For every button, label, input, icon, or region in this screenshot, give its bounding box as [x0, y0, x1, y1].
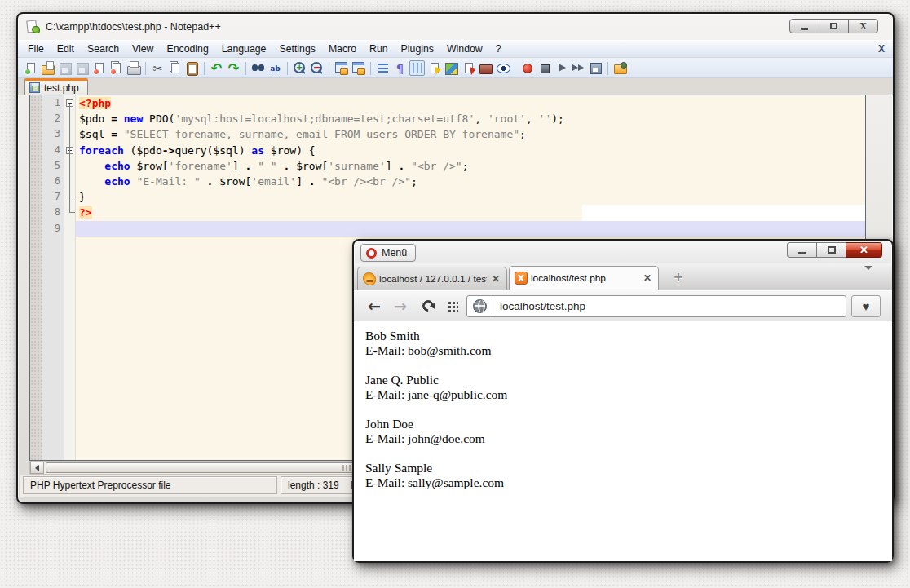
- fold-cell[interactable]: [64, 189, 75, 205]
- browser-tab-2[interactable]: Xlocalhost/test.php✕: [509, 266, 659, 290]
- define-language-icon[interactable]: [426, 60, 442, 76]
- tab-close-button[interactable]: ✕: [490, 273, 501, 285]
- page-shape: [171, 63, 179, 73]
- heart-icon: ♥: [863, 299, 870, 313]
- tab-test-php[interactable]: test.php: [24, 78, 88, 95]
- new-file-icon[interactable]: [23, 60, 38, 76]
- fold-cell[interactable]: [64, 143, 75, 158]
- print-icon[interactable]: [126, 60, 141, 76]
- plugins-admin-icon[interactable]: [612, 60, 628, 76]
- redo-icon[interactable]: ↷: [226, 60, 241, 76]
- toolbar-separator: [145, 62, 146, 75]
- menu-edit[interactable]: Edit: [51, 42, 81, 56]
- macro-run-multiple-icon[interactable]: [571, 60, 586, 76]
- globe-icon: [473, 299, 487, 313]
- code-segment: echo: [104, 160, 130, 172]
- user-name: Sally Sample: [365, 461, 881, 475]
- browser-page-content: Bob SmithE-Mail: bob@smith.comJane Q. Pu…: [354, 321, 892, 561]
- macro-record-icon[interactable]: [519, 60, 535, 76]
- notepadpp-titlebar[interactable]: C:\xampp\htdocs\test.php - Notepad++ X: [18, 14, 893, 40]
- notepadpp-app-icon: [26, 20, 40, 33]
- code-segment: );: [551, 113, 564, 125]
- code-segment: ]: [232, 160, 245, 172]
- code-segment: ;: [519, 128, 526, 140]
- menu-plugins[interactable]: Plugins: [395, 42, 440, 56]
- line-number: 2: [42, 111, 64, 126]
- replace-icon[interactable]: ab: [267, 60, 283, 76]
- menu-run[interactable]: Run: [363, 42, 395, 56]
- fold-cell[interactable]: [64, 221, 75, 237]
- zoom-out-icon[interactable]: −: [309, 60, 325, 76]
- bookmark-margin[interactable]: [30, 95, 42, 460]
- url-text[interactable]: localhost/test.php: [500, 300, 585, 312]
- close-all-icon[interactable]: [108, 60, 124, 76]
- undo-icon[interactable]: ↶: [209, 60, 224, 76]
- maximize-button[interactable]: [819, 19, 849, 33]
- code-segment: "<br /><br />": [321, 175, 411, 188]
- scroll-left-button[interactable]: [30, 462, 44, 474]
- address-bar[interactable]: localhost/test.php: [466, 295, 846, 317]
- cut-icon[interactable]: ✂: [150, 60, 166, 76]
- menu-search[interactable]: Search: [81, 42, 126, 56]
- code-segment: '': [539, 113, 552, 125]
- line-number: 1: [42, 95, 64, 111]
- new-tab-button[interactable]: +: [670, 269, 687, 285]
- back-button[interactable]: ←: [364, 295, 385, 316]
- open-file-icon[interactable]: [40, 60, 55, 76]
- code-segment: 'surname': [328, 160, 385, 172]
- menu-language[interactable]: Language: [215, 42, 273, 56]
- speed-dial-button[interactable]: [442, 295, 463, 316]
- macro-stop-icon[interactable]: [537, 60, 552, 76]
- tab-close-button[interactable]: ✕: [642, 272, 653, 284]
- fold-cell[interactable]: [64, 126, 75, 142]
- fold-cell[interactable]: [64, 111, 75, 126]
- close-button[interactable]: X: [848, 19, 878, 33]
- close-button[interactable]: ✕: [846, 242, 882, 258]
- menu-help[interactable]: ?: [489, 42, 508, 56]
- sync-h-scroll-icon[interactable]: [351, 60, 366, 76]
- document-close-x-button[interactable]: X: [878, 43, 885, 55]
- show-indent-guide-icon[interactable]: [409, 60, 425, 76]
- redo-glyph: ↷: [228, 64, 239, 73]
- fold-cell[interactable]: [64, 174, 75, 189]
- menu-macro[interactable]: Macro: [322, 42, 363, 56]
- document-map-icon[interactable]: [444, 60, 459, 76]
- fold-cell[interactable]: [64, 95, 75, 111]
- menu-window[interactable]: Window: [440, 42, 489, 56]
- find-icon[interactable]: [250, 60, 266, 76]
- folder-as-workspace-icon[interactable]: [478, 60, 493, 76]
- reload-button[interactable]: [417, 295, 439, 316]
- file-monitoring-icon[interactable]: [495, 60, 510, 76]
- show-all-characters-icon[interactable]: ¶: [392, 60, 408, 76]
- code-segment: .: [309, 175, 316, 188]
- fold-cell[interactable]: [64, 205, 75, 220]
- menu-view[interactable]: View: [126, 42, 160, 56]
- opera-menu-button[interactable]: Menü: [360, 244, 416, 262]
- browser-tab-1[interactable]: localhost / 127.0.0.1 / test✕: [357, 267, 507, 290]
- zoom-in-icon[interactable]: +: [292, 60, 307, 76]
- menu-file[interactable]: File: [21, 42, 51, 56]
- macro-play-icon[interactable]: [554, 60, 569, 76]
- maximize-button[interactable]: [816, 242, 846, 258]
- fold-cell[interactable]: [64, 158, 75, 174]
- word-wrap-icon[interactable]: [375, 60, 391, 76]
- bookmark-button[interactable]: ♥: [851, 295, 881, 317]
- close-icon[interactable]: [91, 60, 107, 76]
- menu-settings[interactable]: Settings: [272, 42, 321, 56]
- paste-icon[interactable]: [184, 60, 200, 76]
- page-shape: [465, 63, 473, 73]
- menu-encoding[interactable]: Encoding: [160, 42, 214, 56]
- save-all-icon[interactable]: [74, 60, 90, 76]
- sync-v-scroll-icon[interactable]: [334, 60, 349, 76]
- function-list-icon[interactable]: [461, 60, 476, 76]
- minimize-button[interactable]: [789, 19, 819, 33]
- save-icon[interactable]: [57, 60, 73, 76]
- copy-icon[interactable]: [167, 60, 183, 76]
- fold-margin[interactable]: [64, 95, 76, 460]
- tab-list-icon[interactable]: [864, 270, 881, 285]
- macro-save-icon[interactable]: [588, 60, 603, 76]
- minimize-button[interactable]: [787, 242, 817, 258]
- code-segment: $row[: [213, 175, 251, 188]
- forward-button[interactable]: →: [390, 295, 411, 316]
- opera-titlebar[interactable]: Menü ✕: [354, 241, 892, 263]
